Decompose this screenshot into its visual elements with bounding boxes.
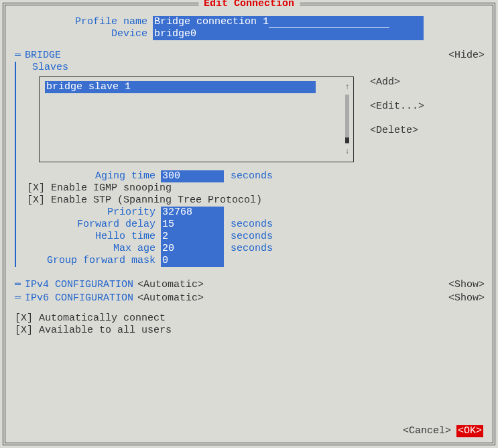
ipv6-label: IPv6 CONFIGURATION — [25, 292, 133, 304]
igmp-checkbox[interactable]: [X] Enable IGMP snooping — [27, 182, 485, 194]
slaves-listbox[interactable]: bridge slave 1 ↑ ↓ — [39, 76, 354, 162]
scroll-down-icon[interactable]: ↓ — [345, 146, 349, 158]
aging-time-label: Aging time — [21, 170, 161, 182]
bridge-hide-button[interactable]: <Hide> — [448, 50, 485, 62]
ipv6-expand-icon[interactable]: ═ — [15, 292, 21, 304]
bridge-heading: BRIDGE — [25, 50, 61, 62]
forward-delay-label: Forward delay — [21, 219, 161, 231]
group-forward-mask-input[interactable]: 0 — [161, 255, 224, 267]
ipv6-mode-select[interactable]: <Automatic> — [137, 292, 204, 304]
ipv6-show-button[interactable]: <Show> — [448, 292, 485, 304]
profile-name-label: Profile name — [13, 16, 153, 28]
slaves-label: Slaves — [32, 62, 485, 74]
priority-label: Priority — [21, 207, 161, 219]
forward-delay-input[interactable]: 15 — [161, 219, 224, 231]
hello-unit: seconds — [231, 231, 273, 243]
stp-checkbox[interactable]: [X] Enable STP (Spanning Tree Protocol) — [27, 194, 485, 207]
ipv4-label: IPv4 CONFIGURATION — [25, 279, 133, 291]
edit-slave-button[interactable]: <Edit...> — [370, 101, 424, 113]
cancel-button[interactable]: <Cancel> — [403, 425, 451, 437]
slave-item[interactable]: bridge slave 1 — [45, 81, 316, 93]
max-age-label: Max age — [21, 243, 161, 255]
bridge-dash-icon: ═ — [15, 50, 21, 62]
maxage-unit: seconds — [231, 243, 273, 255]
max-age-input[interactable]: 20 — [161, 243, 224, 255]
aging-time-input[interactable]: 300 — [161, 170, 224, 182]
device-label: Device — [13, 28, 153, 40]
allusers-checkbox[interactable]: [X] Available to all users — [15, 325, 485, 337]
scroll-up-icon[interactable]: ↑ — [345, 81, 349, 93]
window-title: Edit Connection — [198, 0, 300, 10]
slaves-scrollbar[interactable]: ↑ ↓ — [344, 81, 351, 158]
device-input[interactable]: bridge0 — [153, 28, 424, 40]
hello-time-label: Hello time — [21, 231, 161, 243]
ipv4-mode-select[interactable]: <Automatic> — [137, 279, 204, 291]
ok-button[interactable]: <OK> — [456, 425, 483, 437]
delete-slave-button[interactable]: <Delete> — [370, 125, 424, 137]
priority-input[interactable]: 32768 — [161, 207, 224, 219]
ipv4-expand-icon[interactable]: ═ — [15, 279, 21, 291]
hello-time-input[interactable]: 2 — [161, 231, 224, 243]
ipv4-show-button[interactable]: <Show> — [448, 279, 485, 291]
profile-name-input[interactable]: Bridge connection 1 — [153, 16, 424, 28]
fwd-unit: seconds — [231, 219, 273, 231]
autoconnect-checkbox[interactable]: [X] Automatically connect — [15, 313, 485, 325]
add-slave-button[interactable]: <Add> — [370, 76, 424, 89]
group-forward-mask-label: Group forward mask — [21, 255, 161, 267]
aging-unit: seconds — [231, 170, 273, 182]
